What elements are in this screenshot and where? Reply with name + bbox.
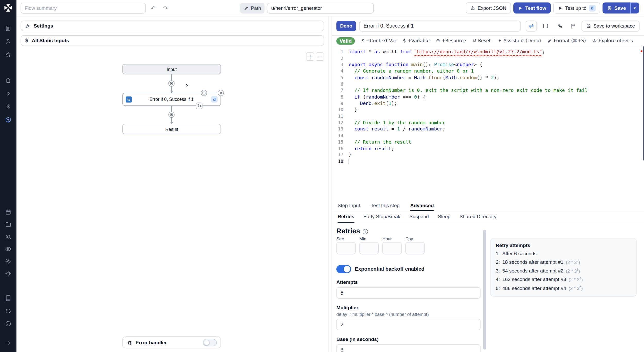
- expand-sidebar-icon[interactable]: [5, 339, 12, 346]
- calendar-icon[interactable]: [5, 208, 12, 215]
- code-line[interactable]: 4 // Generate a random number, either 0 …: [336, 68, 644, 75]
- code-line[interactable]: 3export async function main(): Promise<n…: [336, 62, 644, 68]
- assistant-button[interactable]: Assistant (Deno): [497, 38, 541, 43]
- path-input[interactable]: [267, 3, 374, 13]
- flow-node-result[interactable]: Result: [122, 124, 221, 134]
- trigger-bolt-button[interactable]: [183, 81, 191, 89]
- code-line[interactable]: 6: [336, 81, 644, 87]
- test-up-to-button[interactable]: Test up to d: [553, 3, 600, 14]
- home-icon[interactable]: [5, 77, 12, 84]
- users-icon[interactable]: [5, 233, 12, 240]
- day-input[interactable]: [405, 242, 425, 254]
- test-flow-button[interactable]: Test flow: [513, 3, 551, 14]
- flow-node-step[interactable]: ts Error if 0, Success if 1 d ⊕ × ↻: [122, 93, 221, 106]
- user-icon[interactable]: [5, 38, 12, 45]
- diff-swap-button[interactable]: ⇄: [526, 20, 537, 31]
- vertical-scrollbar[interactable]: [483, 230, 486, 350]
- insert-step-button[interactable]: ⊕: [168, 81, 175, 87]
- discord-icon[interactable]: [5, 307, 12, 314]
- add-resource-button[interactable]: ⊕+Resource: [436, 38, 466, 43]
- dollar-icon[interactable]: [5, 103, 12, 110]
- line-number: 8: [336, 94, 343, 100]
- docs-book-icon[interactable]: [5, 295, 12, 302]
- code-line[interactable]: 11: [336, 113, 644, 120]
- add-context-var-button[interactable]: $+Context Var: [362, 38, 396, 43]
- add-branch-button[interactable]: ⊕: [201, 90, 207, 96]
- runs-icon[interactable]: [5, 25, 12, 32]
- save-dropdown-button[interactable]: ▾: [630, 3, 639, 14]
- windmill-logo-icon[interactable]: [4, 3, 13, 12]
- resources-cube-icon[interactable]: [5, 116, 12, 123]
- code-line[interactable]: 15 // Return the result: [336, 139, 644, 145]
- code-line[interactable]: 16 return result;: [336, 145, 644, 152]
- code-line[interactable]: 1import * as wmill from "https://deno.la…: [336, 49, 644, 55]
- code-line[interactable]: 17}: [336, 152, 644, 158]
- phone-button[interactable]: [555, 21, 564, 31]
- subtab-retries[interactable]: Retries: [338, 211, 354, 223]
- step-name-input[interactable]: [359, 20, 521, 31]
- subtab-shared-directory[interactable]: Shared Directory: [460, 211, 497, 223]
- play-icon[interactable]: [5, 90, 12, 97]
- error-handler-toggle[interactable]: [203, 339, 217, 346]
- code-line[interactable]: 14: [336, 133, 644, 139]
- zoom-out-button[interactable]: −: [316, 52, 324, 61]
- export-json-button[interactable]: Export JSON: [466, 3, 511, 14]
- code-line[interactable]: 7 // If randomNumber is 0, exit the scri…: [336, 87, 644, 94]
- flow-summary-input[interactable]: [21, 3, 146, 13]
- reset-button[interactable]: ↺Reset: [473, 38, 491, 43]
- code-editor[interactable]: 1import * as wmill from "https://deno.la…: [332, 46, 644, 200]
- exponential-backoff-toggle[interactable]: [336, 265, 351, 273]
- save-icon: [586, 23, 591, 28]
- hour-input[interactable]: [382, 242, 402, 254]
- editor-overview-ruler[interactable]: [643, 46, 644, 160]
- tab-test-this-step[interactable]: Test this step: [371, 201, 400, 211]
- folder-icon[interactable]: [5, 221, 12, 228]
- zoom-in-button[interactable]: +: [306, 52, 314, 61]
- code-line[interactable]: 18: [336, 158, 644, 165]
- all-static-inputs-bar[interactable]: $ All Static Inputs: [21, 35, 324, 46]
- subtab-sleep[interactable]: Sleep: [438, 211, 451, 223]
- github-icon[interactable]: [5, 320, 12, 327]
- code-line[interactable]: 5 const randomNumber = Math.floor(Math.r…: [336, 75, 644, 81]
- panel-splitter[interactable]: [329, 16, 332, 352]
- code-line[interactable]: 8 if (randomNumber === 0) {: [336, 94, 644, 100]
- code-line[interactable]: 12 // Divide 1 by the random number: [336, 120, 644, 126]
- multiplier-input[interactable]: [336, 319, 481, 330]
- star-icon[interactable]: [5, 51, 12, 58]
- error-handler-bar[interactable]: Error handler: [122, 336, 221, 348]
- code-line[interactable]: 9 Deno.exit(1);: [336, 100, 644, 107]
- base-input[interactable]: [336, 344, 481, 352]
- flag-button[interactable]: [569, 21, 578, 31]
- retry-indicator-icon[interactable]: ↻: [196, 103, 203, 109]
- gear-icon[interactable]: [5, 258, 12, 265]
- delete-step-button[interactable]: ×: [218, 90, 224, 96]
- format-button[interactable]: Format (⌘+S): [548, 38, 586, 43]
- exponential-backoff-label: Exponential backoff enabled: [355, 266, 425, 272]
- attempts-input[interactable]: [336, 287, 481, 299]
- line-number: 1: [336, 49, 343, 55]
- expand-square-button[interactable]: [541, 21, 551, 31]
- min-input[interactable]: [359, 242, 379, 254]
- worker-icon[interactable]: [5, 270, 12, 277]
- insert-step-button[interactable]: ⊕: [168, 112, 175, 118]
- tab-step-input[interactable]: Step Input: [338, 201, 360, 211]
- flow-node-input[interactable]: Input: [122, 64, 221, 74]
- code-line[interactable]: 2: [336, 55, 644, 62]
- code-line[interactable]: 10 }: [336, 107, 644, 113]
- settings-bar[interactable]: Settings: [21, 21, 324, 31]
- subtab-early-stop[interactable]: Early Stop/Break: [363, 211, 401, 223]
- code-line[interactable]: 13 const result = 1 / randomNumber;: [336, 126, 644, 133]
- sec-input[interactable]: [336, 242, 356, 254]
- info-icon[interactable]: i: [362, 229, 368, 234]
- save-button[interactable]: Save: [603, 3, 630, 14]
- add-variable-button[interactable]: $+Variable: [403, 38, 429, 43]
- eye-icon[interactable]: [5, 245, 12, 252]
- subtab-suspend[interactable]: Suspend: [409, 211, 429, 223]
- save-to-workspace-button[interactable]: Save to workspace: [581, 20, 639, 31]
- redo-button[interactable]: ↷: [160, 3, 170, 13]
- tab-advanced[interactable]: Advanced: [410, 201, 434, 211]
- editor-panel: Deno ⇄ Save to workspace: [332, 16, 644, 352]
- flow-canvas[interactable]: + − Input ⊕ ts Error if 0, Success if: [21, 48, 324, 352]
- explore-scripts-button[interactable]: Explore other s: [592, 38, 633, 43]
- undo-button[interactable]: ↶: [148, 3, 158, 13]
